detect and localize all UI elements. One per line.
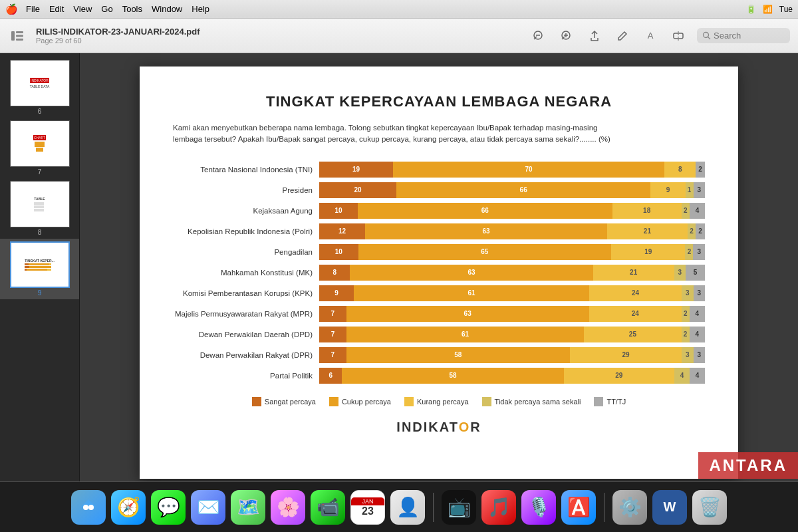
legend-box-cukup: [329, 397, 338, 406]
search-box[interactable]: [697, 28, 790, 43]
search-input[interactable]: [714, 31, 780, 41]
bar-sangat: 20: [319, 182, 396, 198]
thumb-image-8: TABLE: [10, 181, 70, 227]
dock-mail[interactable]: ✉️: [191, 490, 225, 525]
row-bars: 20 66 9 1 3: [319, 182, 705, 198]
bar-kurang: 19: [611, 244, 685, 260]
bar-kurang: 21: [607, 223, 688, 239]
thumb-image-9: TINGKAT KEPER...: [10, 241, 70, 288]
bar-sangat: 9: [319, 285, 354, 301]
row-label: Partai Politik: [173, 372, 319, 380]
bar-cukup: 58: [342, 368, 563, 384]
legend-label-tidak: Tidak percaya sama sekali: [495, 398, 581, 406]
bar-sangat: 10: [319, 203, 358, 219]
menu-window[interactable]: Window: [152, 4, 182, 14]
bar-sangat: 7: [319, 327, 346, 342]
dock-photos[interactable]: 🌸: [271, 490, 305, 525]
document-title-area: RILIS-INDIKATOR-23-JANUARI-2024.pdf Page…: [36, 27, 200, 45]
dock-word[interactable]: W: [652, 490, 687, 525]
dock-finder[interactable]: [71, 490, 106, 525]
row-bars: 10 65 19 2 3: [319, 244, 705, 260]
legend-label-ttj: TT/TJ: [606, 398, 626, 406]
toolbar-icons: A: [529, 27, 790, 45]
chart-legend: Sangat percaya Cukup percaya Kurang perc…: [173, 397, 705, 406]
chart-row: Tentara Nasional Indonesia (TNI) 19 70 8…: [173, 162, 705, 178]
dock-facetime[interactable]: 📹: [311, 490, 345, 525]
toolbar-left: RILIS-INDIKATOR-23-JANUARI-2024.pdf Page…: [8, 27, 200, 45]
main-area: INDIKATOR TABLE DATA 6 CHART 7 TABLE: [0, 53, 798, 481]
redact-button[interactable]: [669, 27, 688, 45]
row-bars: 19 70 8 2: [319, 162, 705, 178]
pdf-page-wrapper: TINGKAT KEPERCAYAAN LEMBAGA NEGARA Kami …: [80, 53, 798, 481]
zoom-out-button[interactable]: [529, 27, 548, 45]
legend-label-kurang: Kurang percaya: [417, 398, 469, 406]
bar-kurang: 29: [570, 347, 682, 363]
bar-tidak: 3: [682, 285, 693, 301]
legend-ttj: TT/TJ: [594, 397, 626, 406]
share-button[interactable]: [585, 27, 604, 45]
bar-kurang: 24: [589, 285, 682, 301]
row-bars: 6 58 29 4 4: [319, 368, 705, 384]
bar-ttj: 3: [693, 244, 705, 260]
chart-row: Majelis Permusyawaratan Rakyat (MPR) 7 6…: [173, 306, 705, 322]
menu-view[interactable]: View: [73, 4, 92, 14]
dock-appletv[interactable]: 📺: [442, 490, 476, 525]
thumbnail-page-6[interactable]: INDIKATOR TABLE DATA 6: [0, 57, 79, 118]
menu-edit[interactable]: Edit: [49, 4, 64, 14]
chart-container: Tentara Nasional Indonesia (TNI) 19 70 8…: [173, 162, 705, 384]
legend-label-cukup: Cukup percaya: [342, 398, 391, 406]
bar-sangat: 12: [319, 223, 365, 239]
bar-sangat: 7: [319, 306, 346, 322]
menu-go[interactable]: Go: [101, 4, 112, 14]
dock-music[interactable]: 🎵: [481, 490, 516, 525]
bar-ttj: 5: [686, 265, 705, 281]
bar-ttj: 3: [694, 347, 705, 363]
thumbnail-page-7[interactable]: CHART 7: [0, 118, 79, 178]
highlight-button[interactable]: A: [641, 27, 660, 45]
row-bars: 8 63 21 3 5: [319, 265, 705, 281]
bar-tidak: 2: [688, 223, 696, 239]
thumbnail-page-8[interactable]: TABLE 8: [0, 178, 79, 239]
apple-menu[interactable]: 🍎: [5, 3, 18, 15]
row-label: Presiden: [173, 186, 319, 194]
dock-divider: [433, 493, 434, 522]
chart-row: Kejaksaan Agung 10 66 18 2 4: [173, 203, 705, 219]
dock-podcasts[interactable]: 🎙️: [521, 490, 556, 525]
dock-safari[interactable]: 🧭: [111, 490, 146, 525]
sidebar-thumbnails: INDIKATOR TABLE DATA 6 CHART 7 TABLE: [0, 53, 80, 481]
dock-appstore[interactable]: 🅰️: [561, 490, 596, 525]
bar-tidak: 1: [686, 182, 694, 198]
legend-cukup: Cukup percaya: [329, 397, 391, 406]
dock: 🧭 💬 ✉️ 🗺️ 🌸 📹 JAN 23 👤 📺 🎵 🎙️ 🅰️ ⚙️ W 🗑️: [0, 481, 798, 532]
row-label: Kejaksaan Agung: [173, 207, 319, 215]
dock-messages[interactable]: 💬: [151, 490, 186, 525]
bar-tidak: 4: [674, 368, 690, 384]
pdf-page: TINGKAT KEPERCAYAAN LEMBAGA NEGARA Kami …: [140, 66, 738, 479]
dock-calendar[interactable]: JAN 23: [350, 490, 385, 525]
zoom-in-button[interactable]: [557, 27, 576, 45]
annotate-button[interactable]: [613, 27, 632, 45]
bar-cukup: 63: [365, 223, 607, 239]
bar-tidak: 2: [685, 244, 693, 260]
dock-divider2: [604, 493, 604, 522]
row-bars: 9 61 24 3 3: [319, 285, 705, 301]
bar-cukup: 61: [354, 285, 589, 301]
menu-tools[interactable]: Tools: [122, 4, 142, 14]
bar-sangat: 8: [319, 265, 350, 281]
bar-ttj: 4: [690, 368, 705, 384]
dock-contacts[interactable]: 👤: [390, 490, 425, 525]
dock-maps[interactable]: 🗺️: [231, 490, 265, 525]
sidebar-toggle-button[interactable]: [8, 27, 27, 45]
bar-ttj: 4: [690, 306, 705, 322]
row-label: Tentara Nasional Indonesia (TNI): [173, 166, 319, 174]
menu-file[interactable]: File: [26, 4, 40, 14]
chart-row: Pengadilan 10 65 19 2 3: [173, 244, 705, 260]
dock-trash[interactable]: 🗑️: [692, 490, 727, 525]
thumbnail-page-9[interactable]: TINGKAT KEPER... 9: [0, 239, 79, 299]
thumb-image-7: CHART: [10, 120, 70, 167]
search-icon: [702, 31, 711, 40]
menu-help[interactable]: Help: [192, 4, 209, 14]
dock-settings[interactable]: ⚙️: [612, 490, 647, 525]
svg-point-13: [704, 33, 709, 38]
legend-box-ttj: [594, 397, 603, 406]
